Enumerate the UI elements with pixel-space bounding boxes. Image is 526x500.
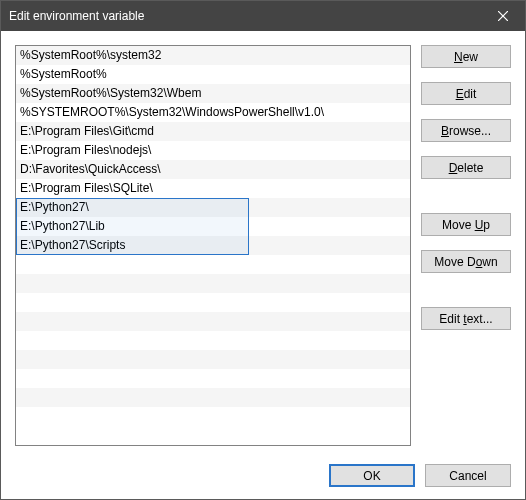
bottom-buttons: OK Cancel [15, 446, 511, 487]
new-button[interactable]: New [421, 45, 511, 68]
list-item [16, 274, 410, 293]
list-item [16, 331, 410, 350]
delete-button[interactable]: Delete [421, 156, 511, 179]
side-buttons: New Edit Browse... Delete Move Up Move D… [421, 45, 511, 446]
list-item [16, 350, 410, 369]
client-area: %SystemRoot%\system32%SystemRoot%%System… [1, 31, 525, 499]
edit-button[interactable]: Edit [421, 82, 511, 105]
list-item [16, 293, 410, 312]
list-item[interactable]: E:\Program Files\Git\cmd [16, 122, 410, 141]
list-item [16, 369, 410, 388]
main-area: %SystemRoot%\system32%SystemRoot%%System… [15, 45, 511, 446]
list-item[interactable]: E:\Python27\ [16, 198, 410, 217]
list-item [16, 388, 410, 407]
list-item[interactable]: %SYSTEMROOT%\System32\WindowsPowerShell\… [16, 103, 410, 122]
move-up-button[interactable]: Move Up [421, 213, 511, 236]
dialog-window: Edit environment variable %SystemRoot%\s… [0, 0, 526, 500]
list-item[interactable]: D:\Favorites\QuickAccess\ [16, 160, 410, 179]
list-item[interactable]: %SystemRoot%\System32\Wbem [16, 84, 410, 103]
list-item[interactable]: E:\Python27\Scripts [16, 236, 410, 255]
move-down-button[interactable]: Move Down [421, 250, 511, 273]
list-item[interactable]: E:\Python27\Lib [16, 217, 410, 236]
cancel-button[interactable]: Cancel [425, 464, 511, 487]
list-item[interactable]: E:\Program Files\nodejs\ [16, 141, 410, 160]
list-item[interactable]: %SystemRoot% [16, 65, 410, 84]
dialog-title: Edit environment variable [9, 9, 480, 23]
list-item [16, 312, 410, 331]
path-listbox[interactable]: %SystemRoot%\system32%SystemRoot%%System… [15, 45, 411, 446]
ok-button[interactable]: OK [329, 464, 415, 487]
browse-button[interactable]: Browse... [421, 119, 511, 142]
list-item[interactable]: %SystemRoot%\system32 [16, 46, 410, 65]
list-item[interactable]: E:\Program Files\SQLite\ [16, 179, 410, 198]
close-icon[interactable] [480, 1, 525, 31]
titlebar: Edit environment variable [1, 1, 525, 31]
list-item [16, 255, 410, 274]
list-item [16, 407, 410, 426]
edit-text-button[interactable]: Edit text... [421, 307, 511, 330]
